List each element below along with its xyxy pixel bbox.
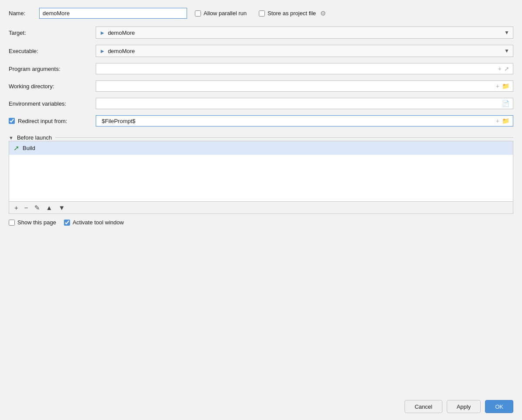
env-vars-browse-icon[interactable]: 📄 — [501, 100, 510, 107]
activate-tool-checkbox[interactable] — [64, 220, 70, 226]
program-args-icons: + ➚ — [497, 65, 510, 72]
redirect-field: + 📁 — [96, 115, 513, 127]
ok-button[interactable]: OK — [485, 400, 513, 413]
allow-parallel-checkbox-item: Allow parallel run — [195, 10, 247, 17]
program-args-add-icon[interactable]: + — [497, 65, 502, 72]
build-row[interactable]: ➚ Build — [9, 141, 513, 155]
show-page-checkbox[interactable] — [9, 220, 15, 226]
move-up-button[interactable]: ▲ — [44, 204, 54, 211]
working-dir-row: Working directory: + 📁 — [9, 80, 513, 92]
program-args-row: Program arguments: + ➚ — [9, 63, 513, 74]
redirect-label[interactable]: Redirect input from: — [18, 118, 67, 124]
activate-tool-item: Activate tool window — [64, 219, 124, 226]
name-input[interactable] — [39, 8, 187, 19]
env-vars-icons: 📄 — [501, 100, 510, 107]
program-args-input[interactable] — [99, 64, 497, 74]
build-icon: ➚ — [13, 144, 19, 152]
allow-parallel-label[interactable]: Allow parallel run — [204, 10, 247, 17]
target-arrow-icon: ▼ — [504, 30, 509, 36]
redirect-checkbox[interactable] — [9, 118, 15, 124]
build-label: Build — [23, 145, 35, 151]
redirect-control: + 📁 — [96, 115, 513, 127]
env-vars-field: 📄 — [96, 98, 513, 109]
footer: Cancel Apply OK — [0, 395, 522, 420]
add-before-launch-button[interactable]: + — [13, 204, 20, 211]
store-project-checkbox[interactable] — [259, 10, 265, 17]
working-dir-icons: + 📁 — [495, 83, 510, 90]
allow-parallel-checkbox[interactable] — [195, 10, 201, 17]
env-vars-input[interactable] — [99, 99, 501, 109]
working-dir-control: + 📁 — [96, 80, 513, 92]
program-args-control: + ➚ — [96, 63, 513, 74]
executable-row: Executable: ► demoMore ▼ — [9, 45, 513, 57]
list-toolbar: + − ✎ ▲ ▼ — [9, 202, 513, 214]
executable-dropdown[interactable]: ► demoMore ▼ — [96, 45, 513, 57]
program-args-label: Program arguments: — [9, 66, 96, 72]
redirect-icons: + 📁 — [495, 117, 510, 124]
executable-icon: ► — [100, 48, 105, 54]
target-row: Target: ► demoMore ▼ — [9, 27, 513, 39]
apply-button[interactable]: Apply — [447, 400, 481, 413]
section-line — [55, 137, 513, 138]
working-dir-field: + 📁 — [96, 80, 513, 92]
name-label: Name: — [9, 10, 39, 17]
redirect-add-icon[interactable]: + — [495, 117, 500, 124]
program-args-expand-icon[interactable]: ➚ — [503, 65, 510, 72]
gear-icon[interactable]: ⚙ — [320, 10, 326, 17]
redirect-row: Redirect input from: + 📁 — [9, 115, 513, 127]
redirect-folder-icon[interactable]: 📁 — [501, 117, 510, 124]
executable-arrow-icon: ▼ — [504, 48, 509, 54]
remove-before-launch-button[interactable]: − — [23, 204, 30, 211]
store-project-checkbox-item: Store as project file ⚙ — [259, 10, 326, 17]
show-page-item: Show this page — [9, 219, 56, 226]
bottom-options: Show this page Activate tool window — [9, 219, 513, 226]
target-control-area: ► demoMore ▼ — [96, 27, 513, 39]
target-label: Target: — [9, 30, 96, 36]
before-launch-title: Before launch — [17, 134, 52, 141]
target-dropdown[interactable]: ► demoMore ▼ — [96, 27, 513, 39]
section-collapse-icon[interactable]: ▼ — [9, 135, 13, 140]
store-project-label[interactable]: Store as project file — [268, 10, 316, 17]
working-dir-folder-icon[interactable]: 📁 — [501, 83, 510, 90]
redirect-label-area: Redirect input from: — [9, 118, 96, 124]
redirect-input[interactable] — [99, 116, 495, 126]
target-icon: ► — [100, 30, 105, 36]
cancel-button[interactable]: Cancel — [405, 400, 442, 413]
working-dir-label: Working directory: — [9, 83, 96, 90]
edit-before-launch-button[interactable]: ✎ — [33, 204, 42, 211]
executable-label: Executable: — [9, 48, 96, 54]
program-args-field: + ➚ — [96, 63, 513, 74]
working-dir-input[interactable] — [99, 81, 495, 91]
before-launch-section: ▼ Before launch — [9, 134, 513, 141]
env-vars-label: Environment variables: — [9, 100, 96, 107]
move-down-button[interactable]: ▼ — [57, 204, 67, 211]
activate-tool-label[interactable]: Activate tool window — [73, 219, 124, 226]
working-dir-add-icon[interactable]: + — [495, 83, 500, 90]
before-launch-list: ➚ Build — [9, 141, 513, 202]
executable-control-area: ► demoMore ▼ — [96, 45, 513, 57]
target-value: demoMore — [108, 30, 135, 36]
env-vars-row: Environment variables: 📄 — [9, 98, 513, 109]
executable-value: demoMore — [108, 48, 135, 54]
env-vars-control: 📄 — [96, 98, 513, 109]
show-page-label[interactable]: Show this page — [17, 219, 56, 226]
